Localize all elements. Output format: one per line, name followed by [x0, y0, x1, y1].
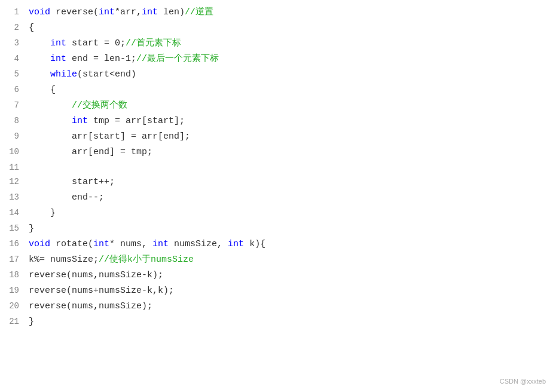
- code-token: [29, 69, 50, 79]
- line-number: 3: [0, 36, 29, 50]
- table-row: 8 int tmp = arr[start];: [0, 114, 553, 129]
- line-number: 21: [0, 315, 29, 328]
- code-token: int: [142, 7, 158, 17]
- code-token: end = len-1;: [66, 54, 136, 64]
- line-content: int start = 0;//首元素下标: [29, 36, 553, 51]
- line-number: 10: [0, 145, 29, 158]
- line-number: 2: [0, 21, 29, 34]
- code-token: [29, 100, 72, 111]
- line-content: {: [29, 21, 553, 35]
- line-number: 16: [0, 237, 29, 250]
- code-token: reverse(nums,numsSize-k);: [29, 270, 163, 280]
- table-row: 7 //交换两个数: [0, 98, 553, 114]
- code-token: //首元素下标: [126, 38, 181, 48]
- table-row: 13 end--;: [0, 190, 553, 206]
- code-token: //交换两个数: [72, 100, 127, 111]
- line-number: 8: [0, 114, 29, 127]
- code-token: int: [72, 116, 88, 126]
- table-row: 2{: [0, 20, 553, 36]
- code-token: numsSize,: [169, 239, 228, 249]
- code-token: len): [158, 7, 185, 17]
- code-token: start++;: [29, 177, 115, 187]
- line-content: int tmp = arr[start];: [29, 114, 553, 128]
- code-token: [29, 38, 50, 48]
- code-token: }: [29, 208, 56, 218]
- code-token: {: [29, 23, 34, 33]
- table-row: 19reverse(nums+numsSize-k,k);: [0, 283, 553, 299]
- line-number: 6: [0, 83, 29, 96]
- code-token: void: [29, 7, 50, 17]
- code-container: 1void reverse(int*arr,int len)//逆置2{3 in…: [0, 0, 553, 392]
- code-token: //使得k小于numsSize: [99, 255, 194, 265]
- code-lines: 1void reverse(int*arr,int len)//逆置2{3 in…: [0, 5, 553, 330]
- code-token: int: [50, 38, 66, 48]
- table-row: 20reverse(nums,numsSize);: [0, 299, 553, 314]
- table-row: 16void rotate(int* nums, int numsSize, i…: [0, 237, 553, 252]
- line-content: }: [29, 315, 553, 329]
- code-token: arr[start] = arr[end];: [29, 131, 190, 142]
- line-content: k%= numsSize;//使得k小于numsSize: [29, 253, 553, 267]
- line-number: 7: [0, 99, 29, 112]
- code-token: k){: [244, 239, 265, 249]
- line-content: int end = len-1;//最后一个元素下标: [29, 52, 553, 66]
- code-token: //逆置: [185, 7, 213, 17]
- line-number: 20: [0, 299, 29, 313]
- code-token: end--;: [29, 192, 104, 203]
- line-content: reverse(nums+numsSize-k,k);: [29, 284, 553, 298]
- table-row: 21}: [0, 314, 553, 330]
- code-token: {: [29, 85, 56, 95]
- code-token: //最后一个元素下标: [136, 54, 219, 64]
- line-number: 9: [0, 130, 29, 143]
- line-number: 4: [0, 52, 29, 65]
- table-row: 15}: [0, 221, 553, 237]
- table-row: 17k%= numsSize;//使得k小于numsSize: [0, 252, 553, 268]
- line-content: reverse(nums,numsSize-k);: [29, 268, 553, 283]
- line-number: 12: [0, 175, 29, 188]
- code-token: while: [50, 69, 77, 79]
- line-number: 19: [0, 284, 29, 297]
- line-number: 5: [0, 68, 29, 81]
- code-token: rotate(: [50, 239, 93, 249]
- table-row: 11: [0, 160, 553, 174]
- line-content: }: [29, 222, 553, 236]
- line-content: void rotate(int* nums, int numsSize, int…: [29, 237, 553, 252]
- line-number: 14: [0, 206, 29, 219]
- line-content: void reverse(int*arr,int len)//逆置: [29, 5, 553, 20]
- table-row: 5 while(start<end): [0, 67, 553, 82]
- code-token: k%= numsSize;: [29, 255, 99, 265]
- table-row: 3 int start = 0;//首元素下标: [0, 36, 553, 51]
- code-token: * nums,: [109, 239, 152, 249]
- line-content: arr[start] = arr[end];: [29, 130, 553, 144]
- code-token: [29, 116, 72, 126]
- line-content: //交换两个数: [29, 99, 553, 113]
- line-number: 15: [0, 222, 29, 235]
- table-row: 14 }: [0, 206, 553, 221]
- table-row: 6 {: [0, 82, 553, 98]
- code-token: start = 0;: [66, 38, 126, 48]
- code-token: int: [93, 239, 109, 249]
- code-token: [29, 54, 50, 64]
- code-token: int: [99, 7, 115, 17]
- code-token: reverse(: [50, 7, 99, 17]
- line-content: {: [29, 83, 553, 97]
- line-content: start++;: [29, 175, 553, 189]
- code-token: reverse(nums+numsSize-k,k);: [29, 286, 174, 296]
- code-token: reverse(nums,numsSize);: [29, 301, 152, 311]
- watermark: CSDN @xxxteb: [500, 376, 546, 387]
- table-row: 1void reverse(int*arr,int len)//逆置: [0, 5, 553, 20]
- table-row: 12 start++;: [0, 174, 553, 190]
- line-number: 18: [0, 268, 29, 281]
- line-content: while(start<end): [29, 68, 553, 82]
- code-token: int: [152, 239, 169, 249]
- table-row: 9 arr[start] = arr[end];: [0, 129, 553, 145]
- table-row: 10 arr[end] = tmp;: [0, 145, 553, 160]
- code-token: (start<end): [77, 69, 136, 79]
- line-number: 1: [0, 5, 29, 19]
- line-number: 17: [0, 253, 29, 266]
- table-row: 4 int end = len-1;//最后一个元素下标: [0, 51, 553, 67]
- line-content: end--;: [29, 191, 553, 205]
- code-token: arr[end] = tmp;: [29, 147, 152, 157]
- code-token: void: [29, 239, 50, 249]
- code-token: tmp = arr[start];: [88, 116, 185, 126]
- line-number: 11: [0, 161, 29, 174]
